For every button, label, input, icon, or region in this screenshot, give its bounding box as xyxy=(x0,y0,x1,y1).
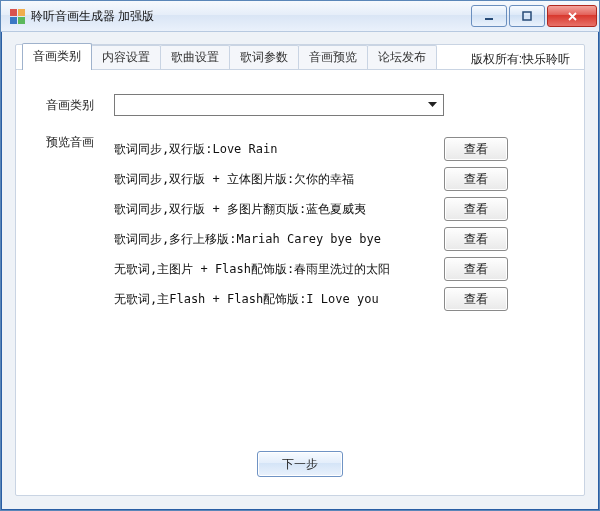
maximize-button[interactable] xyxy=(509,5,545,27)
view-button[interactable]: 查看 xyxy=(444,227,508,251)
list-item: 歌词同步,多行上移版:Mariah Carey bye bye 查看 xyxy=(114,224,566,254)
next-button[interactable]: 下一步 xyxy=(257,451,343,477)
window-title: 聆听音画生成器 加强版 xyxy=(31,8,154,25)
view-button[interactable]: 查看 xyxy=(444,257,508,281)
minimize-icon xyxy=(484,11,494,21)
category-label: 音画类别 xyxy=(46,97,114,114)
list-item-text: 歌词同步,多行上移版:Mariah Carey bye bye xyxy=(114,231,444,248)
category-row: 音画类别 xyxy=(46,94,566,116)
maximize-icon xyxy=(522,11,532,21)
tab-content[interactable]: 内容设置 xyxy=(91,45,161,70)
close-button[interactable] xyxy=(547,5,597,27)
preview-label: 预览音画 xyxy=(46,134,114,314)
tab-preview[interactable]: 音画预览 xyxy=(298,45,368,70)
close-icon xyxy=(567,11,578,22)
category-combobox[interactable] xyxy=(114,94,444,116)
main-panel: 音画类别 内容设置 歌曲设置 歌词参数 音画预览 论坛发布 版权所有:快乐聆听 … xyxy=(15,44,585,496)
list-item-text: 无歌词,主Flash + Flash配饰版:I Love you xyxy=(114,291,444,308)
preview-area: 预览音画 歌词同步,双行版:Love Rain 查看 歌词同步,双行版 + 立体… xyxy=(46,134,566,314)
view-button[interactable]: 查看 xyxy=(444,287,508,311)
list-item: 无歌词,主Flash + Flash配饰版:I Love you 查看 xyxy=(114,284,566,314)
list-item: 无歌词,主图片 + Flash配饰版:春雨里洗过的太阳 查看 xyxy=(114,254,566,284)
tab-forum[interactable]: 论坛发布 xyxy=(367,45,437,70)
window-controls xyxy=(471,5,597,27)
tab-category[interactable]: 音画类别 xyxy=(22,43,92,70)
footer: 下一步 xyxy=(16,451,584,477)
copyright-text: 版权所有:快乐聆听 xyxy=(471,51,570,68)
list-item-text: 无歌词,主图片 + Flash配饰版:春雨里洗过的太阳 xyxy=(114,261,444,278)
list-item-text: 歌词同步,双行版 + 立体图片版:欠你的幸福 xyxy=(114,171,444,188)
svg-rect-0 xyxy=(485,18,493,20)
list-item: 歌词同步,双行版 + 多图片翻页版:蓝色夏威夷 查看 xyxy=(114,194,566,224)
minimize-button[interactable] xyxy=(471,5,507,27)
list-item-text: 歌词同步,双行版:Love Rain xyxy=(114,141,444,158)
client-area: 音画类别 内容设置 歌曲设置 歌词参数 音画预览 论坛发布 版权所有:快乐聆听 … xyxy=(1,32,599,510)
titlebar[interactable]: 聆听音画生成器 加强版 xyxy=(1,1,599,32)
preview-list: 歌词同步,双行版:Love Rain 查看 歌词同步,双行版 + 立体图片版:欠… xyxy=(114,134,566,314)
view-button[interactable]: 查看 xyxy=(444,197,508,221)
view-button[interactable]: 查看 xyxy=(444,137,508,161)
app-icon xyxy=(9,8,25,24)
tab-song[interactable]: 歌曲设置 xyxy=(160,45,230,70)
list-item: 歌词同步,双行版:Love Rain 查看 xyxy=(114,134,566,164)
app-window: 聆听音画生成器 加强版 音画类别 内容设置 歌曲设置 歌词参数 音画预览 论坛发… xyxy=(0,0,600,511)
chevron-down-icon xyxy=(424,97,441,113)
tab-body: 音画类别 预览音画 歌词同步,双行版:Love Rain 查看 xyxy=(16,69,584,493)
list-item: 歌词同步,双行版 + 立体图片版:欠你的幸福 查看 xyxy=(114,164,566,194)
list-item-text: 歌词同步,双行版 + 多图片翻页版:蓝色夏威夷 xyxy=(114,201,444,218)
view-button[interactable]: 查看 xyxy=(444,167,508,191)
svg-rect-1 xyxy=(523,12,531,20)
tab-lyrics[interactable]: 歌词参数 xyxy=(229,45,299,70)
